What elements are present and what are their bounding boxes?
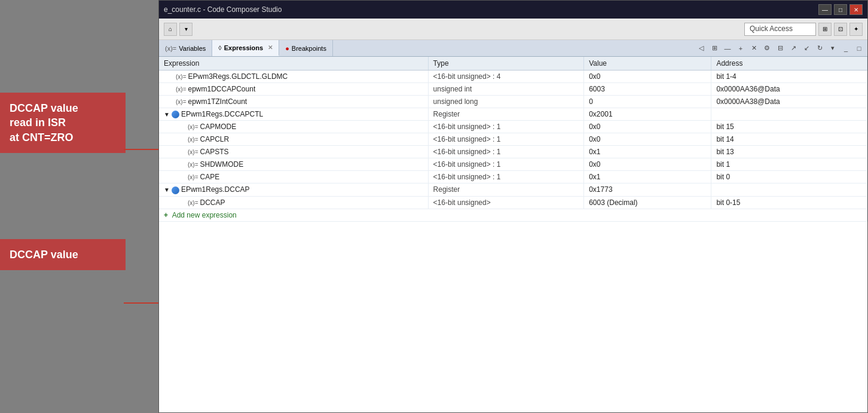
type-cell-6: <16-bit unsigned> : 1	[428, 146, 584, 158]
expr-name: CAPCLR	[200, 135, 230, 143]
table-row[interactable]: (x)=CAPMODE<16-bit unsigned> : 10x0bit 1…	[159, 121, 867, 133]
toolbar-right: Quick Access ⊞ ⊡ ✦	[744, 23, 863, 36]
tab-tool-maxwin[interactable]: □	[853, 42, 865, 54]
toolbar-icon-3[interactable]: ✦	[849, 23, 863, 36]
table-row[interactable]: (x)=CAPE<16-bit unsigned> : 10x1bit 0	[159, 171, 867, 183]
toolbar-icon-1[interactable]: ⊞	[818, 23, 832, 36]
address-cell-8: bit 0	[711, 171, 867, 183]
register-icon	[172, 111, 179, 118]
expr-cell-7: (x)=SHDWMODE	[159, 158, 428, 171]
var-icon: (x)=	[188, 149, 198, 155]
var-icon: (x)=	[188, 124, 198, 130]
toolbar-icon-2[interactable]: ⊡	[834, 23, 847, 36]
type-cell-4: <16-bit unsigned> : 1	[428, 121, 584, 133]
expr-cell-5: (x)=CAPCLR	[159, 133, 428, 146]
col-header-value: Value	[584, 57, 711, 71]
table-row[interactable]: (x)=CAPCLR<16-bit unsigned> : 10x0bit 14	[159, 133, 867, 146]
tab-tool-dropdown[interactable]: ▾	[827, 42, 839, 54]
maximize-button[interactable]: □	[834, 4, 847, 15]
expressions-table: Expression Type Value Address (x)=EPwm3R…	[159, 57, 867, 222]
address-cell-0: bit 1-4	[711, 71, 867, 83]
address-cell-2: 0x0000AA38@Data	[711, 96, 867, 108]
annotation-isr: DCCAP value read in ISR at CNT=ZRO	[0, 93, 126, 153]
close-button[interactable]: ✕	[849, 4, 863, 15]
tabs-bar: (x)= Variables ◊ Expressions ✕ ● Breakpo…	[159, 40, 867, 57]
table-row[interactable]: (x)=EPwm3Regs.GLDCTL.GLDMC<16-bit unsign…	[159, 71, 867, 83]
title-bar: e_counter.c - Code Composer Studio — □ ✕	[159, 1, 867, 19]
minimize-button[interactable]: —	[818, 4, 832, 15]
tab-tool-refresh[interactable]: ↻	[814, 42, 826, 54]
expr-name: EPwm3Regs.GLDCTL.GLDMC	[188, 72, 288, 81]
var-icon: (x)=	[176, 86, 187, 93]
tab-tool-min[interactable]: _	[840, 42, 852, 54]
add-expression-row[interactable]: + Add new expression	[159, 209, 867, 221]
toolbar: ⌂ ▾ Quick Access ⊞ ⊡ ✦	[159, 19, 867, 40]
expressions-table-container: Expression Type Value Address (x)=EPwm3R…	[159, 57, 867, 412]
address-cell-9	[711, 183, 867, 196]
value-cell-5: 0x0	[584, 133, 711, 146]
tab-breakpoints-label: Breakpoints	[292, 45, 326, 52]
breakpoints-tab-icon: ●	[285, 45, 289, 52]
table-header-row: Expression Type Value Address	[159, 57, 867, 71]
expr-name: EPwm1Regs.DCCAP	[181, 185, 250, 194]
expr-name: SHDWMODE	[200, 160, 244, 169]
type-cell-5: <16-bit unsigned> : 1	[428, 133, 584, 146]
tab-tool-back[interactable]: ◁	[695, 42, 707, 54]
var-icon: (x)=	[188, 136, 198, 143]
address-cell-7: bit 1	[711, 158, 867, 171]
table-row[interactable]: (x)=epwm1DCCAPCountunsigned int60030x000…	[159, 83, 867, 96]
toolbar-dropdown-icon[interactable]: ▾	[179, 23, 192, 36]
tab-variables-label: Variables	[179, 45, 206, 52]
var-icon: (x)=	[188, 174, 198, 181]
tab-tool-grid[interactable]: ⊞	[708, 42, 720, 54]
table-row[interactable]: ▼EPwm1Regs.DCCAPCTLRegister0x2001	[159, 108, 867, 121]
tab-variables[interactable]: (x)= Variables	[159, 40, 212, 56]
expr-name: epwm1TZIntCount	[188, 97, 247, 106]
address-cell-1: 0x0000AA36@Data	[711, 83, 867, 96]
type-cell-10: <16-bit unsigned>	[428, 196, 584, 209]
variables-tab-icon: (x)=	[165, 45, 176, 52]
expr-cell-8: (x)=CAPE	[159, 171, 428, 183]
table-row[interactable]: (x)=DCCAP<16-bit unsigned>6003 (Decimal)…	[159, 196, 867, 209]
add-expression-cell[interactable]: + Add new expression	[159, 209, 867, 221]
expr-cell-9: ▼EPwm1Regs.DCCAP	[159, 183, 428, 196]
col-header-expression: Expression	[159, 57, 428, 71]
table-row[interactable]: (x)=epwm1TZIntCountunsigned long00x0000A…	[159, 96, 867, 108]
table-body: (x)=EPwm3Regs.GLDCTL.GLDMC<16-bit unsign…	[159, 71, 867, 222]
tab-breakpoints[interactable]: ● Breakpoints	[279, 40, 333, 56]
tab-tool-columns[interactable]: ⊟	[774, 42, 786, 54]
tab-tool-export[interactable]: ↗	[787, 42, 799, 54]
value-cell-2: 0	[584, 96, 711, 108]
window-controls: — □ ✕	[818, 4, 863, 15]
tab-expressions[interactable]: ◊ Expressions ✕	[212, 40, 279, 56]
table-row[interactable]: ▼EPwm1Regs.DCCAPRegister0x1773	[159, 183, 867, 196]
value-cell-7: 0x0	[584, 158, 711, 171]
tab-tool-delete[interactable]: ✕	[748, 42, 760, 54]
expand-icon[interactable]: ▼	[164, 186, 170, 193]
expand-icon[interactable]: ▼	[164, 111, 170, 118]
toolbar-home-icon[interactable]: ⌂	[164, 23, 177, 36]
expr-name: EPwm1Regs.DCCAPCTL	[181, 110, 263, 118]
var-icon: (x)=	[188, 161, 198, 168]
tabs-toolbar: ◁ ⊞ — + ✕ ⚙ ⊟ ↗ ↙ ↻ ▾ _ □	[693, 40, 867, 56]
address-cell-10: bit 0-15	[711, 196, 867, 209]
tab-tool-minus[interactable]: —	[722, 42, 733, 54]
expr-name: epwm1DCCAPCount	[188, 85, 256, 93]
tab-tool-export2[interactable]: ↙	[800, 42, 812, 54]
address-cell-6: bit 13	[711, 146, 867, 158]
address-cell-3	[711, 108, 867, 121]
register-icon	[172, 186, 179, 194]
expr-name: CAPE	[200, 173, 220, 181]
quick-access-input[interactable]: Quick Access	[744, 23, 816, 36]
expressions-tab-close[interactable]: ✕	[268, 44, 273, 51]
col-header-address: Address	[711, 57, 867, 71]
window-title: e_counter.c - Code Composer Studio	[164, 5, 282, 14]
type-cell-3: Register	[428, 108, 584, 121]
tab-tool-add[interactable]: +	[735, 42, 747, 54]
expressions-tab-icon: ◊	[218, 44, 221, 51]
tab-tool-settings[interactable]: ⚙	[761, 42, 773, 54]
table-row[interactable]: (x)=CAPSTS<16-bit unsigned> : 10x1bit 13	[159, 146, 867, 158]
table-row[interactable]: (x)=SHDWMODE<16-bit unsigned> : 10x0bit …	[159, 158, 867, 171]
type-cell-2: unsigned long	[428, 96, 584, 108]
value-cell-9: 0x1773	[584, 183, 711, 196]
